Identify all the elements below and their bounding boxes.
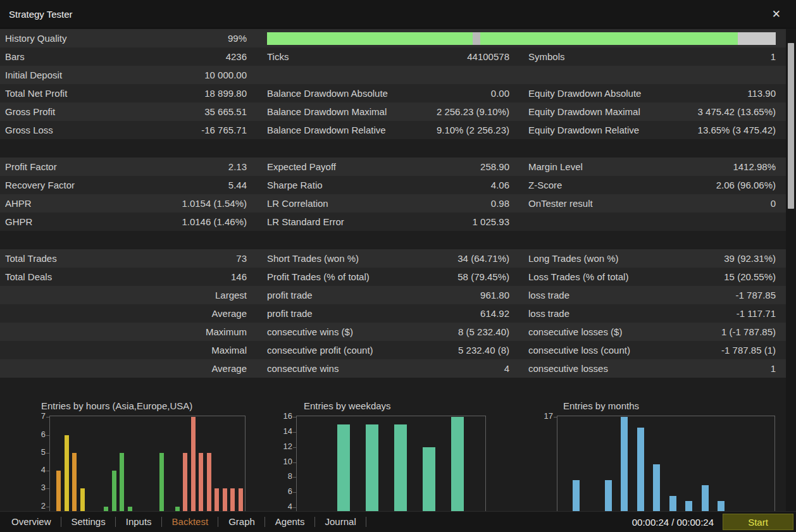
tabs: OverviewSettingsInputsBacktestGraphAgent… [1,512,366,532]
y-tick-mark [46,453,50,454]
bar [451,417,464,511]
stats-row: Bars4236Ticks44100578Symbols1 [0,47,786,66]
stat-value: 2 256.23 (9.10%) [425,106,509,117]
stat-label: LR Standard Error [267,216,425,227]
stat-label: Total Deals [5,271,163,282]
tab-graph[interactable]: Graph [218,512,265,532]
y-tick-mark [46,471,50,471]
stats-row: Gross Profit35 665.51Balance Drawdown Ma… [0,102,786,121]
scrollbar-thumb[interactable] [788,43,794,209]
stat-label: profit trade [267,308,425,319]
stat-value: -1 787.85 [687,290,776,300]
tab-bar: OverviewSettingsInputsBacktestGraphAgent… [0,511,796,532]
chart-months: Entries by months17 [528,396,786,511]
stat-label: loss trade [528,308,687,319]
stats-row: History Quality99% [0,29,786,47]
stats-row: Maximalconsecutive profit (count)5 232.4… [0,341,786,359]
tab-settings[interactable]: Settings [61,512,116,532]
stat-value: 1.0154 (1.54%) [163,198,247,209]
stat-label: Total Net Profit [5,88,163,99]
tab-agents[interactable]: Agents [265,512,315,532]
stat-label: Symbols [528,51,687,62]
stat-value: 961.80 [425,290,509,300]
stat-label: Long Trades (won %) [528,253,687,264]
stat-label: Z-Score [528,180,687,190]
bar [120,453,124,511]
stat-label: Profit Trades (% of total) [267,271,425,282]
stat-value: 0.00 [425,88,509,99]
bar [72,453,77,511]
close-icon[interactable]: ✕ [766,6,787,22]
progress-segment [738,32,776,45]
stat-value: 99% [163,33,247,44]
y-tick-label: 6 [27,430,46,439]
stat-value: 1.0146 (1.46%) [163,216,247,227]
status-area: 00:00:24 / 00:00:24 Start [632,514,795,530]
stats-row: Total Net Profit18 899.80Balance Drawdow… [0,84,786,102]
y-tick-mark [554,417,557,418]
stat-value: 35 665.51 [163,106,247,117]
tab-inputs[interactable]: Inputs [116,512,162,532]
stats-row: Recovery Factor5.44Sharpe Ratio4.06Z-Sco… [0,176,786,194]
stat-label: OnTester result [528,198,687,209]
stat-value: 1412.98% [687,161,776,172]
bar [702,485,709,511]
bar [669,496,676,511]
stat-value: -1 117.71 [687,308,776,319]
bar [605,480,612,511]
stat-value: 58 (79.45%) [425,271,509,282]
stat-value: 4 [425,363,509,374]
y-tick-label: 8 [274,471,292,481]
bar [223,488,227,511]
stats-row: AHPR1.0154 (1.54%)LR Correlation0.98OnTe… [0,194,786,213]
y-tick-label: 7 [27,411,46,421]
stat-label: Loss Trades (% of total) [528,271,687,282]
bar [191,417,196,511]
stat-label: Bars [5,51,163,62]
stat-value: 18 899.80 [163,88,247,99]
stat-value: 0.98 [425,198,509,209]
stat-value: 0 [687,198,776,209]
stat-value: 4.06 [425,180,509,190]
start-button[interactable]: Start [723,514,793,530]
progress-segment [473,32,480,45]
stats-row: Total Trades73Short Trades (won %)34 (64… [0,249,786,268]
bar [337,424,350,511]
bar [183,453,187,511]
bar [366,424,378,511]
tab-backtest[interactable]: Backtest [162,512,219,532]
bar [199,453,203,511]
stat-label: Total Trades [5,253,163,264]
bar [239,488,243,511]
stat-value: 34 (64.71%) [425,253,509,264]
bar [685,501,692,511]
y-tick-label: 10 [274,457,292,466]
stat-value: 4236 [163,51,247,62]
stat-value: 15 (20.55%) [687,271,776,282]
stat-label: LR Correlation [267,198,425,209]
stat-label: consecutive wins [267,363,425,374]
chart-title: Entries by hours (Asia,Europe,USA) [41,400,253,416]
y-tick-mark [46,488,50,489]
stat-label: consecutive losses [528,363,687,374]
tab-overview[interactable]: Overview [1,512,61,532]
stat-label: Recovery Factor [5,180,163,190]
chart-weekdays: Entries by weekdays16141210864 [266,396,494,511]
y-tick-label: 5 [27,447,46,457]
progress-segment [267,32,473,45]
stat-value: 5.44 [163,180,247,190]
stat-label: Margin Level [528,161,687,172]
y-tick-mark [293,447,297,448]
stats-row: GHPR1.0146 (1.46%)LR Standard Error1 025… [0,213,786,231]
bar [653,464,660,511]
vertical-scrollbar[interactable] [786,29,796,511]
stat-value: 9.10% (2 256.23) [425,125,509,135]
bar [621,417,628,511]
chart-title: Entries by months [563,400,786,416]
stats-row: Largestprofit trade961.80loss trade-1 78… [0,286,786,304]
tab-journal[interactable]: Journal [315,512,366,532]
entry-charts: Entries by hours (Asia,Europe,USA)765432… [0,396,786,511]
stat-value: 8 (5 232.40) [425,326,509,337]
section-spacer [0,231,786,249]
stat-label: AHPR [5,198,163,209]
